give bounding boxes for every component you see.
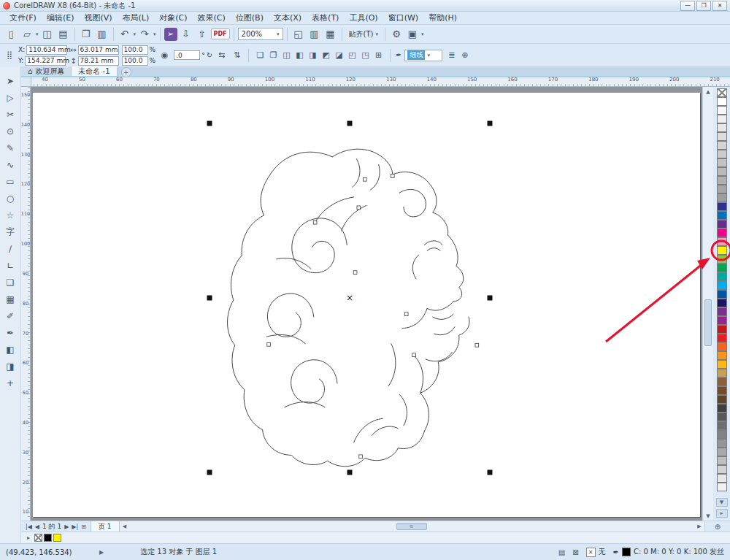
x-position-input[interactable]: 110.634 mm	[26, 45, 67, 55]
save-button[interactable]: ◫	[40, 27, 55, 42]
color-swatch-23[interactable]	[717, 290, 727, 299]
color-swatch-28[interactable]	[717, 334, 727, 342]
paste-button[interactable]: ▥	[95, 27, 110, 42]
color-swatch-1[interactable]	[717, 97, 727, 106]
color-swatch-8[interactable]	[717, 158, 727, 167]
maximize-button[interactable]: ❐	[696, 1, 711, 11]
color-swatch-44[interactable]	[717, 474, 727, 483]
menu-item-9[interactable]: 表格(T)	[307, 12, 344, 24]
scale-y-input[interactable]: 100.0	[122, 56, 148, 66]
selection-handle[interactable]	[207, 121, 212, 126]
mirror-horizontal-button[interactable]: ⇆	[215, 49, 228, 61]
last-page-button[interactable]: ▶|	[72, 523, 78, 530]
redo-button-dropdown[interactable]: ▾	[153, 31, 156, 37]
y-position-input[interactable]: 154.227 mm	[25, 56, 66, 66]
simplify-button[interactable]: ◪	[333, 49, 345, 61]
selection-handle[interactable]	[488, 121, 493, 126]
tab-welcome-screen[interactable]: ⌂ 欢迎屏幕	[21, 66, 72, 76]
zoom-level-select[interactable]: 200%▾	[238, 28, 283, 40]
horizontal-scroll-thumb[interactable]: ≡	[396, 523, 427, 530]
scroll-up-button[interactable]: ▲	[703, 87, 713, 96]
selection-center-marker[interactable]: ×	[346, 293, 353, 303]
wrap-text-button[interactable]: ≣	[445, 49, 458, 61]
add-page-button[interactable]: ⊞	[81, 523, 86, 530]
color-swatch-26[interactable]	[717, 316, 727, 325]
weld-button[interactable]: ◧	[293, 49, 306, 61]
print-button[interactable]: ▤	[56, 27, 71, 42]
fullscreen-preview-button[interactable]: ◱	[291, 27, 306, 42]
menu-item-8[interactable]: 文本(X)	[269, 12, 307, 24]
close-button[interactable]: ✕	[712, 1, 727, 11]
color-swatch-34[interactable]	[717, 386, 727, 395]
application-launcher-button[interactable]: ▣	[405, 27, 420, 42]
mirror-vertical-button[interactable]: ⇅	[231, 49, 243, 61]
canvas-area[interactable]: ×	[31, 87, 702, 521]
color-swatch-30[interactable]	[717, 351, 727, 360]
selection-handle[interactable]	[207, 470, 212, 475]
horizontal-scrollbar[interactable]: ◀ ≡ ▶	[120, 521, 704, 532]
connector-tool[interactable]: ∟	[2, 258, 18, 272]
zoom-tool[interactable]: ⊙	[2, 124, 18, 138]
first-page-button[interactable]: |◀	[26, 523, 32, 530]
color-swatch-2[interactable]	[717, 106, 727, 115]
dimension-tool[interactable]: ∕	[2, 242, 18, 256]
color-swatch-7[interactable]	[717, 150, 727, 158]
menu-item-3[interactable]: 视图(V)	[79, 12, 117, 24]
color-swatch-15[interactable]	[717, 220, 727, 229]
menu-item-5[interactable]: 对象(C)	[154, 12, 192, 24]
lock-ratio-button[interactable]: ◉	[158, 49, 171, 61]
new-document-button[interactable]: ▯	[4, 27, 18, 42]
artistic-media-tool[interactable]: ∿	[2, 158, 18, 172]
color-swatch-33[interactable]	[717, 377, 727, 386]
add-tools-button[interactable]: +	[2, 376, 18, 390]
page-tab-page1[interactable]: 页 1	[91, 521, 120, 532]
open-button-dropdown[interactable]: ▾	[36, 31, 39, 37]
combine-button[interactable]: ◫	[280, 49, 293, 61]
scale-x-input[interactable]: 100.0	[122, 45, 148, 55]
eyedropper-tool[interactable]: ✐	[2, 309, 18, 323]
document-color-swatch-0[interactable]	[34, 534, 42, 542]
search-content-button[interactable]: ➢	[164, 28, 177, 41]
rectangle-tool[interactable]: ▭	[2, 174, 18, 188]
align-distribute-button[interactable]: ⊞	[372, 49, 385, 61]
menu-item-10[interactable]: 工具(O)	[344, 12, 383, 24]
scroll-left-button[interactable]: ◀	[120, 521, 130, 532]
publish-to-pdf-button[interactable]: PDF	[211, 28, 230, 39]
color-swatch-32[interactable]	[717, 369, 727, 377]
color-swatch-9[interactable]	[717, 167, 727, 176]
scroll-down-button[interactable]: ▼	[703, 511, 713, 521]
tab-untitled-document[interactable]: 未命名 -1	[72, 66, 117, 76]
show-grid-button[interactable]: ▦	[323, 27, 338, 42]
export-button[interactable]: ⇧	[195, 27, 210, 42]
outline-pen-tool[interactable]: ✒	[2, 326, 18, 340]
ruler-origin-corner[interactable]	[21, 77, 31, 86]
rotation-angle-input[interactable]: .0	[174, 50, 200, 60]
horizontal-scroll-track[interactable]: ≡	[130, 521, 694, 532]
show-rulers-button[interactable]: ▥	[307, 27, 322, 42]
vertical-scroll-track[interactable]	[703, 96, 713, 511]
color-swatch-45[interactable]	[717, 483, 727, 491]
open-button[interactable]: ▱	[20, 27, 34, 42]
freehand-tool[interactable]: ✎	[2, 141, 18, 155]
pan-zoom-button[interactable]: ⊕	[715, 523, 721, 531]
pick-tool[interactable]: ➤	[2, 74, 18, 88]
color-swatch-10[interactable]	[717, 176, 727, 185]
color-swatch-27[interactable]	[717, 325, 727, 334]
color-swatch-25[interactable]	[717, 307, 727, 316]
color-swatch-3[interactable]	[717, 115, 727, 123]
status-flyout-button[interactable]: ▶	[99, 549, 104, 556]
fill-tool[interactable]: ◧	[2, 342, 18, 356]
vertical-scrollbar[interactable]: ▲ ▼	[702, 87, 713, 521]
color-swatch-16[interactable]	[717, 229, 727, 237]
ungroup-objects-button[interactable]: ❐	[267, 49, 280, 61]
document-palette-expand-button[interactable]: ▸	[27, 534, 30, 541]
object-origin-selector[interactable]: ⣿	[4, 50, 15, 61]
prev-page-button[interactable]: ◀	[35, 523, 39, 530]
next-page-button[interactable]: ▶	[64, 523, 69, 530]
color-swatch-43[interactable]	[717, 465, 727, 474]
polygon-tool[interactable]: ☆	[2, 208, 18, 222]
minimize-button[interactable]: —	[680, 1, 695, 11]
vertical-ruler[interactable]: 150140130120110100908070605040302010	[21, 87, 31, 521]
copy-button[interactable]: ❐	[79, 27, 93, 42]
color-swatch-39[interactable]	[717, 430, 727, 439]
